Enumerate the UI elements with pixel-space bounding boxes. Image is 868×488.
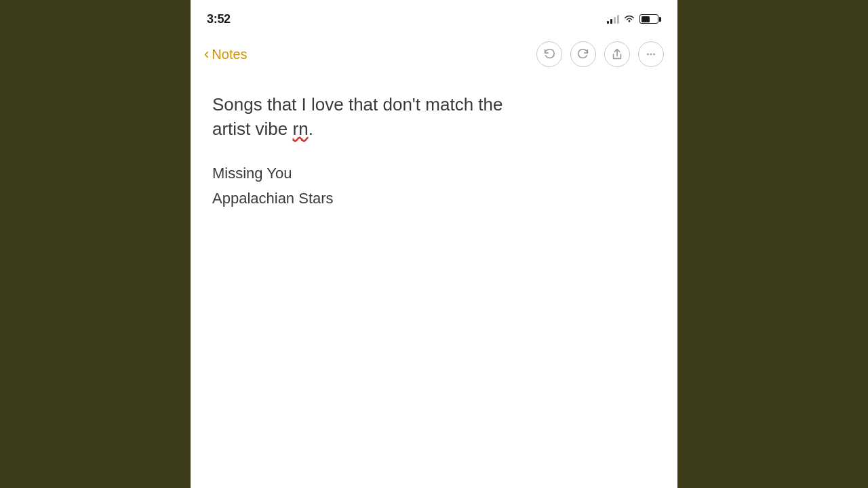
signal-bar-3	[614, 17, 616, 24]
battery-tip	[659, 17, 661, 22]
signal-bar-4	[617, 15, 619, 24]
nav-actions	[536, 41, 664, 67]
note-list: Missing You Appalachian Stars	[212, 161, 656, 211]
signal-bar-1	[607, 21, 609, 24]
list-item: Appalachian Stars	[212, 186, 656, 211]
status-icons	[607, 14, 661, 24]
back-chevron-icon: ‹	[204, 47, 209, 62]
signal-bar-2	[610, 19, 612, 24]
back-button[interactable]: ‹ Notes	[204, 47, 248, 62]
share-button[interactable]	[604, 41, 630, 67]
undo-icon	[542, 47, 556, 61]
back-label: Notes	[212, 47, 247, 62]
battery-fill	[642, 16, 650, 22]
wifi-icon	[623, 14, 635, 24]
status-time: 3:52	[207, 12, 231, 26]
battery-body	[639, 14, 658, 24]
phone-screen: 3:52	[191, 0, 677, 488]
nav-bar: ‹ Notes	[191, 35, 677, 79]
list-item: Missing You	[212, 161, 656, 186]
note-title-end: .	[309, 119, 313, 139]
note-title-part2: artist vibe	[212, 119, 293, 139]
redo-button[interactable]	[570, 41, 596, 67]
status-bar: 3:52	[191, 0, 677, 35]
note-title-misspelled: rn	[293, 119, 309, 139]
undo-button[interactable]	[536, 41, 562, 67]
share-icon	[610, 47, 624, 61]
note-title: Songs that I love that don't match the a…	[212, 92, 656, 142]
svg-point-1	[650, 54, 652, 56]
signal-bars-icon	[607, 14, 619, 24]
note-title-part1: Songs that I love that don't match the	[212, 94, 502, 115]
redo-icon	[576, 47, 590, 61]
svg-point-2	[653, 54, 655, 56]
battery-icon	[639, 14, 661, 24]
more-icon	[644, 47, 658, 61]
more-button[interactable]	[638, 41, 664, 67]
svg-point-0	[647, 54, 649, 56]
note-content[interactable]: Songs that I love that don't match the a…	[191, 79, 677, 488]
